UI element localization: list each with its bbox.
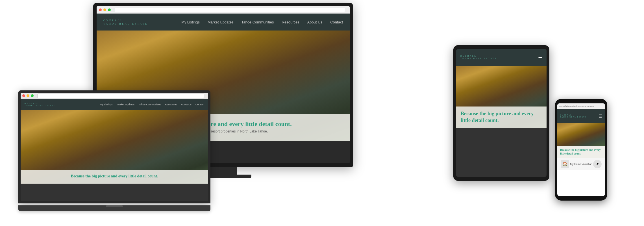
laptop-nav-links: My Listings Market Updates Tahoe Communi…	[100, 103, 204, 106]
tablet-logo: OVERALL TAHOE REAL ESTATE	[460, 55, 497, 60]
tablet-hero: Because the big picture and every little…	[456, 66, 547, 128]
browser-minimize-btn[interactable]	[103, 8, 106, 11]
phone-valuation-text: My Home Valuation	[570, 163, 592, 166]
tablet-hero-headline: Because the big picture and every little…	[461, 110, 542, 124]
monitor-stand	[209, 167, 237, 175]
laptop-notch	[106, 205, 123, 207]
phone-valuation-bar[interactable]: 🏠 My Home Valuation 👁	[557, 158, 605, 170]
phone-hero-overlay: Because the big picture and every little…	[557, 146, 605, 158]
laptop-nav-contact[interactable]: Contact	[195, 103, 204, 106]
phone-address-bar[interactable]: overalltahoe.staging.wpengine.com	[557, 103, 605, 109]
laptop-browser-minimize-btn[interactable]	[27, 94, 29, 97]
laptop-nav-about-us[interactable]: About Us	[181, 103, 192, 106]
laptop-screen: OVERALL TAHOE REAL ESTATE My Listings Ma…	[21, 93, 208, 201]
phone-hero	[557, 123, 605, 146]
tablet-body: OVERALL TAHOE REAL ESTATE ☰ Because the …	[453, 45, 549, 181]
tablet-hero-overlay: Because the big picture and every little…	[456, 107, 547, 128]
laptop-nav-resources[interactable]: Resources	[165, 103, 177, 106]
laptop-bottom	[18, 205, 210, 211]
browser-close-btn[interactable]	[99, 8, 102, 11]
laptop-device: OVERALL TAHOE REAL ESTATE My Listings Ma…	[18, 90, 210, 215]
monitor-site-nav: OVERALL TAHOE REAL ESTATE My Listings Ma…	[97, 14, 350, 31]
home-valuation-icon: 🏠	[561, 160, 569, 168]
laptop-browser-maximize-btn[interactable]	[31, 94, 34, 97]
tablet-device: OVERALL TAHOE REAL ESTATE ☰ Because the …	[453, 45, 549, 181]
monitor-browser-bar	[97, 6, 350, 14]
tablet-nav: OVERALL TAHOE REAL ESTATE ☰	[456, 49, 547, 66]
monitor-nav-contact[interactable]: Contact	[330, 20, 343, 24]
laptop-hero-headline: Because the big picture and every little…	[26, 174, 203, 179]
hamburger-icon[interactable]: ☰	[538, 55, 543, 61]
laptop-hero-overlay: Because the big picture and every little…	[21, 170, 208, 184]
phone-screen: overalltahoe.staging.wpengine.com OVERAL…	[557, 103, 605, 196]
scene: OVERALL TAHOE REAL ESTATE My Listings Ma…	[0, 0, 644, 226]
monitor-address-bar[interactable]	[115, 8, 345, 12]
laptop-hero: Because the big picture and every little…	[21, 110, 208, 184]
eye-icon: 👁	[593, 160, 602, 168]
laptop-site-nav: OVERALL TAHOE REAL ESTATE My Listings Ma…	[21, 99, 208, 110]
laptop-nav-market-updates[interactable]: Market Updates	[117, 103, 135, 106]
laptop-address-bar[interactable]	[37, 94, 204, 98]
tablet-screen: OVERALL TAHOE REAL ESTATE ☰ Because the …	[456, 49, 547, 177]
laptop-nav-tahoe-communities[interactable]: Tahoe Communities	[138, 103, 161, 106]
browser-maximize-btn[interactable]	[108, 8, 111, 11]
phone-hero-headline: Because the big picture and every little…	[560, 148, 602, 155]
monitor-nav-links: My Listings Market Updates Tahoe Communi…	[181, 20, 343, 24]
laptop-browser-bar	[21, 93, 208, 99]
monitor-nav-market-updates[interactable]: Market Updates	[208, 20, 234, 24]
laptop-nav-my-listings[interactable]: My Listings	[100, 103, 113, 106]
laptop-logo: OVERALL TAHOE REAL ESTATE	[25, 103, 56, 106]
monitor-nav-my-listings[interactable]: My Listings	[181, 20, 200, 24]
phone-hamburger-icon[interactable]: ☰	[599, 114, 602, 119]
phone-logo: OVERALL TAHOE REAL ESTATE	[560, 114, 586, 118]
monitor-logo: OVERALL TAHOE REAL ESTATE	[103, 19, 148, 25]
phone-body: overalltahoe.staging.wpengine.com OVERAL…	[555, 99, 607, 201]
monitor-nav-resources[interactable]: Resources	[282, 20, 299, 24]
laptop-body: OVERALL TAHOE REAL ESTATE My Listings Ma…	[18, 90, 210, 203]
monitor-nav-about-us[interactable]: About Us	[307, 20, 322, 24]
monitor-nav-tahoe-communities[interactable]: Tahoe Communities	[242, 20, 274, 24]
phone-site-nav: OVERALL TAHOE REAL ESTATE ☰	[557, 109, 605, 123]
phone-device: overalltahoe.staging.wpengine.com OVERAL…	[555, 99, 607, 201]
laptop-browser-close-btn[interactable]	[22, 94, 25, 97]
